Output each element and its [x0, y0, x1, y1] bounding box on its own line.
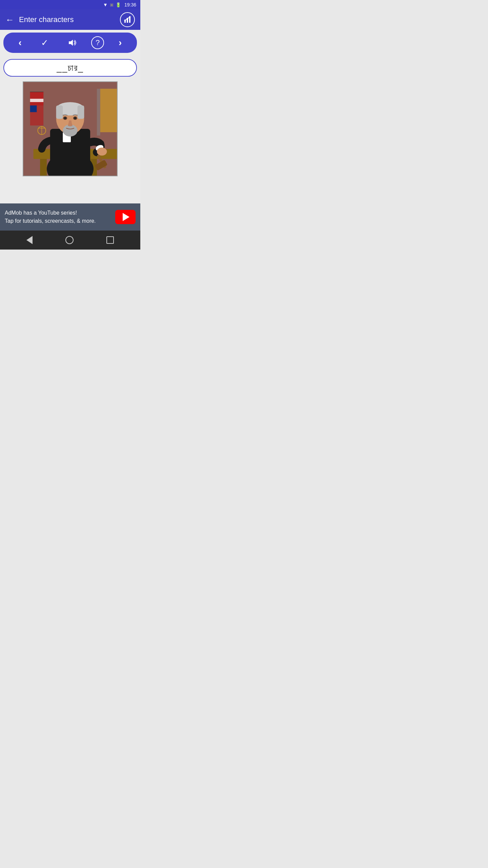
recents-square-icon [106, 236, 114, 244]
svg-point-4 [127, 18, 128, 19]
stats-button[interactable] [120, 12, 135, 27]
svg-rect-24 [56, 105, 63, 119]
svg-rect-12 [30, 102, 43, 105]
app-bar-left: ← Enter characters [5, 15, 74, 24]
next-button[interactable]: › [114, 35, 126, 51]
nav-recents-button[interactable] [100, 233, 121, 247]
bottom-nav [0, 231, 140, 250]
svg-rect-10 [30, 92, 43, 99]
signal-icon: ▣ [110, 2, 114, 7]
nav-back-button[interactable] [20, 233, 39, 248]
svg-point-3 [125, 20, 126, 21]
nav-home-button[interactable] [59, 233, 80, 248]
play-icon [123, 213, 129, 221]
ad-line1: AdMob has a YouTube series! [5, 209, 110, 217]
svg-rect-15 [100, 89, 117, 132]
check-button[interactable]: ✓ [36, 35, 53, 51]
wifi-icon: ▼ [103, 2, 108, 7]
svg-rect-17 [40, 159, 47, 176]
image-wrapper [0, 81, 140, 176]
page-title: Enter characters [19, 15, 74, 24]
app-bar: ← Enter characters [0, 9, 140, 30]
judge-image [23, 81, 118, 176]
bar-chart-icon [123, 16, 131, 24]
ad-text-block: AdMob has a YouTube series! Tap for tuto… [5, 209, 110, 225]
svg-point-30 [74, 117, 76, 119]
help-button[interactable]: ? [91, 36, 104, 49]
home-circle-icon [65, 236, 74, 244]
back-button[interactable]: ← [5, 15, 14, 24]
word-display: __চার_ [3, 59, 137, 77]
svg-rect-11 [30, 99, 43, 102]
svg-point-5 [129, 17, 130, 18]
svg-rect-13 [30, 105, 37, 112]
main-content: ‹ ✓ ? › __চার_ [0, 30, 140, 203]
prev-button[interactable]: ‹ [14, 35, 26, 51]
ad-line2: Tap for tutorials, screencasts, & more. [5, 217, 110, 225]
status-icons: ▼ ▣ 🔋 19:36 [103, 2, 136, 7]
sound-button[interactable] [63, 36, 81, 50]
word-text: __চার_ [57, 63, 83, 73]
svg-rect-2 [129, 17, 130, 23]
battery-icon: 🔋 [116, 2, 121, 7]
toolbar: ‹ ✓ ? › [3, 33, 137, 53]
svg-point-29 [64, 117, 66, 119]
youtube-button[interactable] [115, 210, 136, 224]
status-bar: ▼ ▣ 🔋 19:36 [0, 0, 140, 9]
status-time: 19:36 [124, 2, 136, 7]
svg-marker-6 [69, 40, 73, 46]
svg-point-26 [63, 124, 77, 136]
svg-rect-14 [97, 89, 100, 136]
svg-rect-25 [78, 105, 84, 119]
svg-point-32 [97, 147, 107, 156]
back-triangle-icon [26, 236, 33, 244]
ad-banner[interactable]: AdMob has a YouTube series! Tap for tuto… [0, 203, 140, 231]
